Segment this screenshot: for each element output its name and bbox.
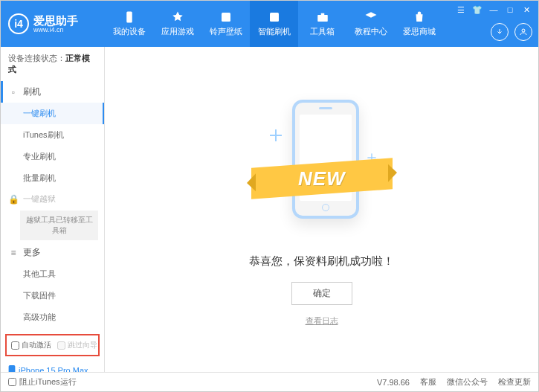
header-actions bbox=[491, 23, 532, 41]
main-nav: 我的设备 应用游戏 铃声壁纸 智能刷机 工具箱 教程中心 爱思商城 bbox=[105, 1, 443, 47]
sidebar-item-batch-flash[interactable]: 批量刷机 bbox=[1, 167, 104, 189]
tutorial-icon bbox=[364, 10, 378, 24]
user-button[interactable] bbox=[514, 23, 532, 41]
svg-rect-2 bbox=[270, 13, 279, 22]
minimize-button[interactable]: — bbox=[486, 4, 501, 16]
confirm-button[interactable]: 确定 bbox=[291, 282, 352, 305]
toolbox-icon bbox=[316, 10, 329, 24]
menu-icon[interactable]: ☰ bbox=[454, 4, 468, 16]
logo-area: i4 爱思助手 www.i4.cn bbox=[1, 13, 105, 34]
skip-setup-checkbox[interactable]: 跳过向导 bbox=[57, 340, 97, 350]
section-more[interactable]: ≡ 更多 bbox=[1, 242, 104, 263]
nav-store[interactable]: 爱思商城 bbox=[395, 1, 443, 47]
main-content: NEW 恭喜您，保资料刷机成功啦！ 确定 查看日志 bbox=[105, 47, 538, 372]
svg-rect-4 bbox=[320, 13, 324, 15]
window-controls: ☰ 👕 — □ ✕ bbox=[454, 4, 534, 16]
svg-point-5 bbox=[522, 29, 525, 32]
nav-smart-flash[interactable]: 智能刷机 bbox=[250, 1, 298, 47]
logo-icon: i4 bbox=[8, 13, 29, 34]
svg-rect-0 bbox=[126, 12, 132, 23]
footer-link-wechat[interactable]: 微信公众号 bbox=[447, 376, 488, 388]
sidebar-item-advanced[interactable]: 高级功能 bbox=[1, 306, 104, 328]
version-label: V7.98.66 bbox=[377, 378, 410, 387]
section-flash[interactable]: ▫ 刷机 bbox=[1, 81, 104, 103]
apps-icon bbox=[171, 10, 184, 24]
svg-rect-6 bbox=[9, 365, 16, 372]
nav-ringtones[interactable]: 铃声壁纸 bbox=[201, 1, 250, 47]
skin-icon[interactable]: 👕 bbox=[470, 4, 485, 16]
sidebar-item-oneclick-flash[interactable]: 一键刷机 bbox=[1, 103, 104, 124]
footer-link-update[interactable]: 检查更新 bbox=[498, 376, 531, 388]
sidebar-item-other-tools[interactable]: 其他工具 bbox=[1, 263, 104, 285]
device-status: 设备连接状态：正常模式 bbox=[1, 47, 104, 81]
sidebar-item-download-firmware[interactable]: 下载固件 bbox=[1, 285, 104, 306]
view-log-link[interactable]: 查看日志 bbox=[306, 315, 338, 327]
nav-toolbox[interactable]: 工具箱 bbox=[298, 1, 346, 47]
success-illustration: NEW bbox=[255, 92, 389, 241]
sidebar-item-pro-flash[interactable]: 专业刷机 bbox=[1, 146, 104, 167]
close-button[interactable]: ✕ bbox=[519, 4, 534, 16]
status-bar: 阻止iTunes运行 V7.98.66 客服 微信公众号 检查更新 bbox=[1, 372, 538, 391]
flash-icon bbox=[268, 10, 281, 24]
store-icon bbox=[413, 10, 426, 24]
phone-icon: ▫ bbox=[8, 87, 19, 97]
new-banner: NEW bbox=[298, 167, 346, 190]
app-site: www.i4.cn bbox=[33, 26, 78, 33]
device-name[interactable]: iPhone 15 Pro Max bbox=[8, 365, 97, 372]
device-info: iPhone 15 Pro Max 512GB iPhone bbox=[1, 362, 104, 372]
media-icon bbox=[219, 10, 233, 24]
more-icon: ≡ bbox=[8, 248, 19, 258]
block-itunes-checkbox[interactable]: 阻止iTunes运行 bbox=[8, 376, 77, 388]
svg-rect-3 bbox=[317, 15, 328, 22]
device-icon bbox=[123, 10, 136, 24]
lock-icon: 🔒 bbox=[8, 194, 19, 205]
svg-rect-1 bbox=[222, 13, 230, 22]
sidebar: 设备连接状态：正常模式 ▫ 刷机 一键刷机 iTunes刷机 专业刷机 批量刷机… bbox=[1, 47, 105, 372]
app-title: 爱思助手 bbox=[33, 15, 78, 26]
nav-apps[interactable]: 应用游戏 bbox=[153, 1, 201, 47]
jailbreak-moved-note: 越狱工具已转移至工具箱 bbox=[20, 211, 98, 240]
section-jailbreak[interactable]: 🔒 一键越狱 bbox=[1, 189, 104, 209]
download-button[interactable] bbox=[491, 23, 509, 41]
nav-my-device[interactable]: 我的设备 bbox=[105, 1, 153, 47]
footer-link-support[interactable]: 客服 bbox=[420, 376, 436, 388]
options-highlight-box: 自动激活 跳过向导 bbox=[5, 334, 100, 356]
auto-activate-checkbox[interactable]: 自动激活 bbox=[11, 340, 51, 350]
success-message: 恭喜您，保资料刷机成功啦！ bbox=[249, 254, 394, 269]
app-header: i4 爱思助手 www.i4.cn 我的设备 应用游戏 铃声壁纸 智能刷机 工具… bbox=[1, 1, 538, 47]
maximize-button[interactable]: □ bbox=[503, 4, 517, 16]
nav-tutorials[interactable]: 教程中心 bbox=[346, 1, 395, 47]
sidebar-item-itunes-flash[interactable]: iTunes刷机 bbox=[1, 124, 104, 146]
